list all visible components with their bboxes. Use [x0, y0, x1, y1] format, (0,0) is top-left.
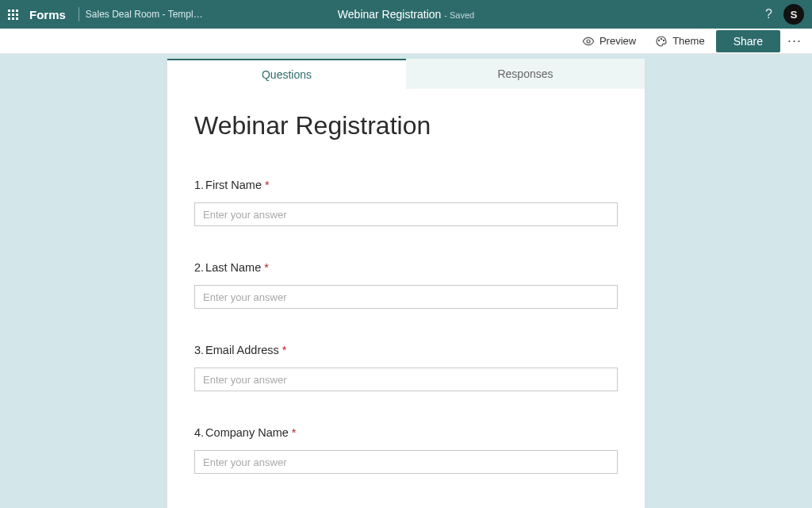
help-icon[interactable]: ? — [765, 7, 772, 21]
question-4: 4.Company Name* — [194, 426, 618, 474]
eye-icon — [582, 35, 595, 48]
svg-point-2 — [661, 38, 662, 39]
question-number: 2. — [194, 261, 204, 274]
required-mark: * — [264, 261, 269, 274]
save-status: - Saved — [444, 10, 474, 20]
question-2: 2.Last Name* — [194, 261, 618, 309]
canvas: Questions Responses Webinar Registration… — [0, 54, 812, 508]
question-number: 4. — [194, 426, 204, 439]
document-title-text: Webinar Registration — [338, 8, 441, 21]
required-mark: * — [282, 344, 287, 356]
question-text: First Name — [205, 179, 262, 191]
question-label: 2.Last Name* — [194, 261, 618, 274]
theme-button[interactable]: Theme — [647, 30, 712, 52]
share-label: Share — [733, 35, 763, 48]
answer-input-1[interactable] — [194, 202, 618, 226]
answer-input-3[interactable] — [194, 368, 618, 391]
tab-responses[interactable]: Responses — [406, 59, 645, 89]
answer-input-2[interactable] — [194, 285, 618, 309]
toolbar: Preview Theme Share ··· — [0, 29, 812, 54]
question-1: 1.First Name* — [194, 179, 618, 226]
theme-label: Theme — [672, 35, 704, 47]
preview-button[interactable]: Preview — [574, 30, 644, 52]
question-text: Last Name — [205, 261, 261, 274]
required-mark: * — [265, 179, 270, 191]
question-label: 4.Company Name* — [194, 426, 618, 439]
divider — [79, 7, 79, 21]
suite-bar: Forms Sales Deal Room - Templ… Webinar R… — [0, 0, 812, 29]
breadcrumb[interactable]: Sales Deal Room - Templ… — [86, 9, 203, 20]
svg-point-0 — [587, 40, 590, 43]
question-text: Email Address — [205, 344, 279, 356]
question-number: 3. — [194, 344, 204, 356]
palette-icon — [655, 35, 668, 48]
required-mark: * — [292, 426, 297, 439]
form-body: Webinar Registration 1.First Name* 2.Las… — [167, 89, 645, 508]
question-label: 1.First Name* — [194, 179, 618, 191]
answer-input-4[interactable] — [194, 450, 618, 474]
app-brand[interactable]: Forms — [29, 8, 66, 21]
question-3: 3.Email Address* — [194, 344, 618, 391]
svg-point-1 — [659, 40, 660, 40]
question-number: 1. — [194, 179, 204, 191]
question-text: Company Name — [205, 426, 289, 439]
form-title[interactable]: Webinar Registration — [194, 111, 618, 140]
form-card: Questions Responses Webinar Registration… — [167, 59, 645, 508]
app-launcher-icon[interactable] — [8, 10, 18, 20]
avatar[interactable]: S — [783, 4, 804, 25]
overflow-menu-icon[interactable]: ··· — [783, 30, 806, 52]
tab-questions[interactable]: Questions — [167, 59, 406, 89]
svg-point-3 — [664, 40, 665, 40]
share-button[interactable]: Share — [716, 30, 780, 52]
preview-label: Preview — [599, 35, 636, 47]
question-label: 3.Email Address* — [194, 344, 618, 356]
tabs: Questions Responses — [167, 59, 645, 89]
